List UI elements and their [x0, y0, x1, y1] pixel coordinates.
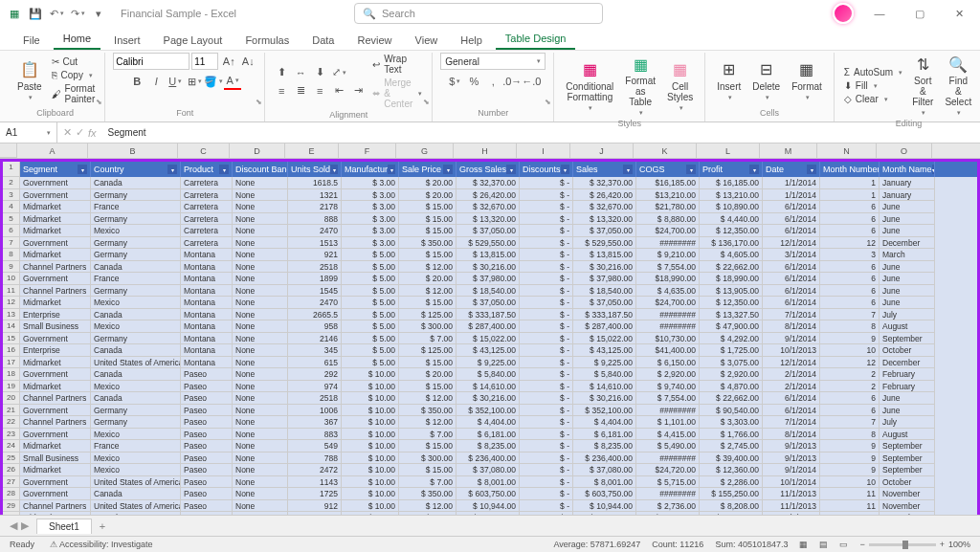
- cell[interactable]: 345: [288, 344, 342, 357]
- cell[interactable]: Paseo: [181, 464, 233, 476]
- cell[interactable]: $ 15.00: [399, 297, 457, 309]
- cell[interactable]: Paseo: [181, 381, 233, 393]
- cell[interactable]: None: [233, 309, 288, 321]
- cell[interactable]: $ 333,187.50: [573, 309, 636, 321]
- cell[interactable]: $ 350.00: [399, 237, 457, 250]
- comma-icon[interactable]: ,: [484, 73, 501, 90]
- inc-decimal-icon[interactable]: .0→: [503, 73, 521, 90]
- cell[interactable]: Carretera: [181, 237, 233, 250]
- align-center-icon[interactable]: ≣: [292, 82, 309, 99]
- cell[interactable]: November: [880, 500, 935, 513]
- filter-icon[interactable]: ▾: [388, 165, 395, 174]
- indent-inc-icon[interactable]: ⇥: [349, 82, 367, 99]
- tab-page-layout[interactable]: Page Layout: [154, 31, 233, 50]
- cell[interactable]: $ 32,370.00: [573, 177, 636, 189]
- align-left-icon[interactable]: ≡: [273, 82, 290, 99]
- cell[interactable]: $ 3.00: [342, 237, 399, 250]
- cell[interactable]: 1618.5: [288, 177, 342, 189]
- cell[interactable]: 367: [288, 416, 342, 429]
- cell[interactable]: $ 352,100.00: [573, 405, 636, 417]
- cell[interactable]: 1: [820, 177, 880, 189]
- cell[interactable]: $ 8,208.00: [700, 500, 763, 513]
- cell[interactable]: 2518: [288, 392, 342, 405]
- cell[interactable]: Government: [20, 273, 91, 285]
- cell[interactable]: Midmarket: [20, 249, 91, 261]
- fx-icon[interactable]: fx: [88, 127, 97, 139]
- cell[interactable]: $ 4,404.00: [573, 416, 636, 429]
- cell[interactable]: $ 10.00: [342, 453, 399, 465]
- wrap-text-button[interactable]: ↩Wrap Text: [370, 53, 424, 76]
- cell[interactable]: 12/1/2014: [763, 237, 820, 250]
- table-row[interactable]: 29Channel PartnersUnited States of Ameri…: [3, 500, 977, 513]
- cell[interactable]: ########: [636, 320, 700, 333]
- cell[interactable]: Carretera: [181, 213, 233, 226]
- indent-dec-icon[interactable]: ⇤: [330, 82, 347, 99]
- cell[interactable]: 2/1/2014: [763, 368, 820, 381]
- cell[interactable]: Germany: [91, 213, 181, 226]
- cell[interactable]: $ 287,400.00: [457, 320, 520, 333]
- cell[interactable]: 8: [820, 320, 880, 333]
- cell[interactable]: $ 529,550.00: [573, 237, 636, 250]
- cell[interactable]: $ 10.00: [342, 416, 399, 429]
- table-row[interactable]: 14Small BusinessMexicoMontanaNone958$ 5.…: [3, 320, 977, 333]
- cell[interactable]: None: [233, 320, 288, 333]
- cell[interactable]: March: [880, 249, 935, 261]
- cell[interactable]: None: [233, 177, 288, 189]
- cell[interactable]: $18,990.00: [636, 273, 700, 285]
- cell[interactable]: $ 6,181.00: [457, 429, 520, 441]
- cell[interactable]: $ 90,540.00: [700, 405, 763, 417]
- cell[interactable]: $ -: [520, 453, 573, 465]
- cell[interactable]: Government: [20, 333, 91, 345]
- align-middle-icon[interactable]: ↔: [292, 64, 309, 81]
- cell[interactable]: 10/1/2013: [763, 344, 820, 357]
- cell[interactable]: $ 5.00: [342, 273, 399, 285]
- cell[interactable]: $ -: [520, 273, 573, 285]
- cell[interactable]: $ 4,635.00: [636, 285, 700, 298]
- cell[interactable]: Small Business: [20, 320, 91, 333]
- dialog-launcher-icon[interactable]: ⬊: [256, 98, 262, 106]
- cell[interactable]: $ 13,320.00: [457, 213, 520, 226]
- cell[interactable]: None: [233, 392, 288, 405]
- cell[interactable]: $ 15,022.00: [457, 333, 520, 345]
- cell[interactable]: $ 9,740.00: [636, 381, 700, 393]
- cell[interactable]: $ 9,225.00: [457, 357, 520, 369]
- cell[interactable]: $ 30,216.00: [457, 392, 520, 405]
- cell[interactable]: $ -: [520, 249, 573, 261]
- cell[interactable]: $24,700.00: [636, 225, 700, 237]
- zoom-level[interactable]: 100%: [948, 540, 970, 549]
- table-row[interactable]: 16EnterpriseCanadaMontanaNone345$ 5.00$ …: [3, 344, 977, 357]
- cell[interactable]: $ 7,554.00: [636, 392, 700, 405]
- table-row[interactable]: 23GovernmentMexicoPaseoNone883$ 10.00$ 7…: [3, 429, 977, 441]
- col-header[interactable]: K: [634, 144, 697, 158]
- autosum-button[interactable]: ΣAutoSum▾: [842, 66, 904, 78]
- cell[interactable]: Germany: [91, 333, 181, 345]
- cell[interactable]: 6: [820, 285, 880, 298]
- table-header[interactable]: Sale Price▾: [399, 162, 457, 177]
- cell[interactable]: $ 12.00: [399, 285, 457, 298]
- redo-icon[interactable]: ↷▾: [69, 5, 86, 22]
- cell[interactable]: $ 529,550.00: [457, 237, 520, 250]
- cell[interactable]: Montana: [181, 261, 233, 274]
- cell[interactable]: 8/1/2014: [763, 429, 820, 441]
- cell[interactable]: Midmarket: [20, 440, 91, 453]
- cell[interactable]: $ 2,920.00: [636, 368, 700, 381]
- cell[interactable]: 6: [820, 273, 880, 285]
- cell[interactable]: Midmarket: [20, 225, 91, 237]
- cell[interactable]: Carretera: [181, 177, 233, 189]
- cell[interactable]: Enterprise: [20, 344, 91, 357]
- cell[interactable]: Germany: [91, 189, 181, 202]
- cell[interactable]: June: [880, 297, 935, 309]
- cell[interactable]: $ 37,980.00: [457, 273, 520, 285]
- cell[interactable]: $ 3,303.00: [700, 416, 763, 429]
- table-row[interactable]: 5MidmarketGermanyCarreteraNone888$ 3.00$…: [3, 213, 977, 226]
- cell[interactable]: $ 1,766.00: [700, 429, 763, 441]
- cell[interactable]: Paseo: [181, 488, 233, 500]
- cell[interactable]: $ 236,400.00: [573, 453, 636, 465]
- cell[interactable]: $ 5.00: [342, 285, 399, 298]
- tab-help[interactable]: Help: [451, 31, 492, 50]
- cell[interactable]: 2178: [288, 201, 342, 213]
- cell[interactable]: $ -: [520, 357, 573, 369]
- tab-home[interactable]: Home: [54, 29, 100, 50]
- maximize-icon[interactable]: ▢: [905, 2, 934, 25]
- increase-font-icon[interactable]: A↑: [220, 53, 237, 70]
